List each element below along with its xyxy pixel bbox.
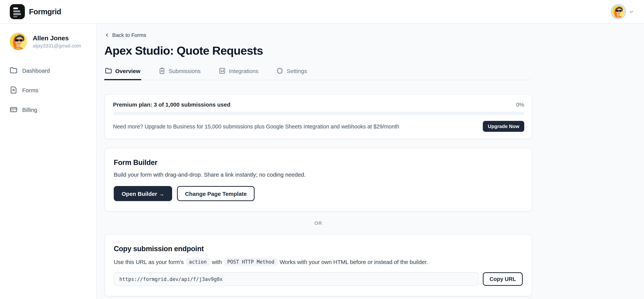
post-method-code-chip: POST HTTP Method (224, 258, 277, 266)
form-builder-title: Form Builder (114, 158, 523, 167)
or-divider-label: OR (314, 220, 322, 226)
tab-label: Integrations (229, 68, 258, 74)
brand-home-link[interactable]: Formgrid (10, 4, 61, 19)
form-builder-description: Build your form with drag-and-drop. Shar… (114, 171, 523, 178)
sidebar: Allen Jones aljay3331@gmail.com Dashboar… (0, 24, 97, 299)
sidebar-item-forms[interactable]: Forms (9, 83, 87, 97)
chevron-down-icon (628, 9, 634, 14)
plan-usage-percent: 0% (516, 101, 524, 108)
sidebar-user-name: Allen Jones (33, 34, 81, 42)
form-builder-card: Form Builder Build your form with drag-a… (104, 148, 532, 212)
user-avatar (611, 4, 626, 19)
top-bar: Formgrid (0, 0, 644, 24)
open-builder-button[interactable]: Open Builder → (114, 186, 172, 201)
sidebar-item-label: Forms (22, 87, 38, 93)
folder-icon (105, 68, 112, 74)
tab-submissions[interactable]: Submissions (158, 68, 201, 80)
sidebar-avatar (9, 32, 28, 51)
sidebar-item-label: Billing (22, 106, 37, 113)
tab-settings[interactable]: Settings (276, 68, 308, 80)
account-menu[interactable] (611, 4, 634, 19)
usage-progress-bar (113, 112, 524, 115)
gear-icon (276, 68, 283, 74)
clipboard-icon (158, 68, 165, 74)
folder-icon (10, 67, 17, 74)
tab-overview[interactable]: Overview (104, 68, 141, 80)
submission-endpoint-card: Copy submission endpoint Use this URL as… (104, 234, 532, 296)
formgrid-logo-icon (10, 4, 25, 19)
app-window: Formgrid (0, 0, 644, 299)
chevron-left-icon (104, 32, 110, 38)
endpoint-desc-prefix: Use this URL as your form's (114, 259, 184, 265)
copy-url-button[interactable]: Copy URL (483, 272, 523, 286)
endpoint-url-input[interactable] (114, 272, 479, 286)
upgrade-promo-text: Need more? Upgrade to Business for 15,00… (113, 123, 399, 129)
blocks-icon (219, 68, 226, 74)
action-code-chip: action (186, 258, 210, 266)
sidebar-item-label: Dashboard (22, 67, 50, 74)
sidebar-item-billing[interactable]: Billing (9, 103, 87, 116)
tab-integrations[interactable]: Integrations (218, 68, 259, 80)
plan-usage-label: Premium plan: 3 of 1,000 submissions use… (113, 101, 230, 108)
credit-card-icon (10, 106, 17, 113)
endpoint-description: Use this URL as your form's action with … (114, 258, 523, 266)
endpoint-desc-suffix: Works with your own HTML before or inste… (280, 259, 428, 265)
sidebar-user-email: aljay3331@gmail.com (33, 43, 81, 48)
plan-usage-card: Premium plan: 3 of 1,000 submissions use… (104, 94, 532, 139)
back-to-forms-link[interactable]: Back to Forms (104, 32, 146, 38)
main-content: Back to Forms Apex Studio: Quote Request… (97, 24, 644, 299)
upgrade-now-button[interactable]: Upgrade Now (483, 121, 524, 132)
tab-label: Settings (286, 68, 307, 74)
endpoint-desc-middle: with (212, 259, 222, 265)
document-icon (10, 86, 17, 94)
endpoint-title: Copy submission endpoint (114, 245, 523, 253)
back-link-label: Back to Forms (112, 32, 146, 38)
change-page-template-button[interactable]: Change Page Template (177, 186, 255, 201)
or-divider: OR (104, 220, 532, 226)
tab-label: Overview (115, 68, 140, 74)
page-title: Apex Studio: Quote Requests (104, 44, 532, 58)
tab-label: Submissions (168, 68, 200, 74)
brand-name: Formgrid (29, 7, 61, 16)
tab-bar: Overview Submissions Integrations (104, 68, 532, 80)
sidebar-user-block: Allen Jones aljay3331@gmail.com (9, 32, 87, 51)
sidebar-item-dashboard[interactable]: Dashboard (9, 64, 87, 77)
sidebar-nav: Dashboard Forms Billing (9, 64, 87, 116)
